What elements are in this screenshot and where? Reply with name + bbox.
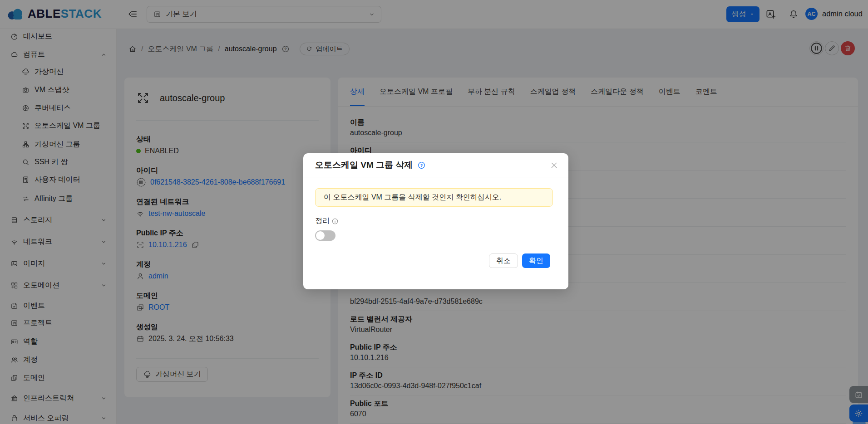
delete-autoscale-group-modal: 오토스케일 VM 그룹 삭제 ? 이 오토스케일 VM 그룹을 삭제할 것인지 … (303, 153, 568, 289)
cleanup-toggle[interactable] (315, 230, 335, 241)
modal-title: 오토스케일 VM 그룹 삭제 (315, 159, 413, 171)
cleanup-label: 정리 (315, 216, 330, 226)
info-icon (331, 218, 339, 225)
svg-text:?: ? (420, 163, 423, 167)
warning-alert: 이 오토스케일 VM 그룹을 삭제할 것인지 확인하십시오. (315, 188, 553, 207)
close-icon[interactable] (550, 161, 558, 170)
confirm-button[interactable]: 확인 (522, 253, 550, 268)
warning-alert-text: 이 오토스케일 VM 그룹을 삭제할 것인지 확인하십시오. (324, 193, 501, 202)
modal-help-icon[interactable]: ? (417, 161, 426, 170)
cancel-button[interactable]: 취소 (489, 253, 518, 268)
cleanup-field: 정리 (315, 216, 339, 226)
